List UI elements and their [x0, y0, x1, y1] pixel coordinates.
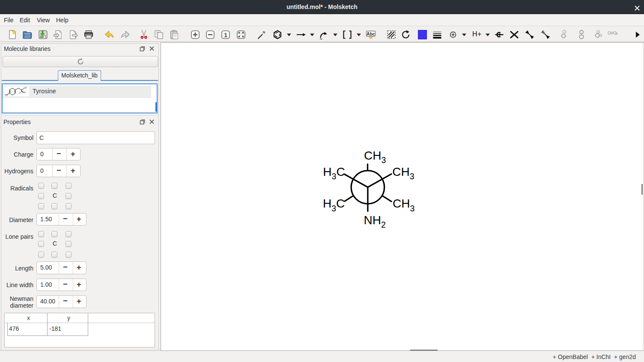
svg-text:N: N: [263, 30, 265, 34]
svg-text:CH3: CH3: [393, 197, 414, 213]
svg-text:H: H: [19, 92, 21, 94]
svg-text:Abc: Abc: [367, 31, 375, 36]
svg-text:NH: NH: [23, 92, 26, 94]
svg-text:CH3: CH3: [392, 165, 414, 181]
svg-text:NH2: NH2: [364, 214, 386, 230]
svg-text:CO: CO: [24, 87, 27, 89]
svg-text:HO: HO: [5, 94, 8, 96]
svg-text:CH3: CH3: [364, 149, 386, 165]
svg-text:H3C: H3C: [323, 165, 345, 181]
svg-text:1: 1: [224, 31, 227, 39]
svg-text:H3C: H3C: [323, 197, 345, 213]
